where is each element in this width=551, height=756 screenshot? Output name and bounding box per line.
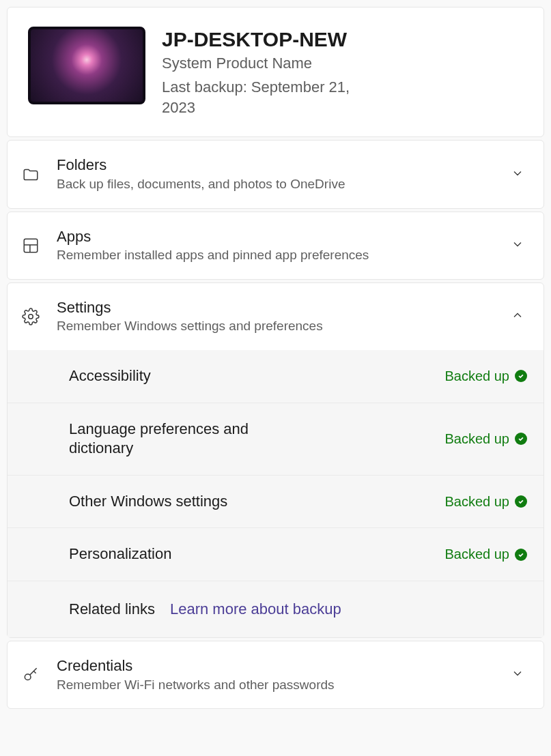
related-links-row: Related links Learn more about backup (8, 581, 543, 637)
svg-rect-0 (24, 239, 38, 252)
section-folders-desc: Back up files, documents, and photos to … (57, 176, 494, 193)
device-last-backup: Last backup: September 21, 2023 (162, 77, 373, 117)
status-badge: Backed up (444, 431, 527, 447)
gear-icon (21, 307, 40, 326)
settings-item-accessibility[interactable]: Accessibility Backed up (8, 350, 543, 403)
check-circle-icon (515, 370, 527, 382)
settings-item-language[interactable]: Language preferences and dictionary Back… (8, 403, 543, 476)
section-settings-desc: Remember Windows settings and preference… (57, 318, 494, 335)
settings-item-other[interactable]: Other Windows settings Backed up (8, 476, 543, 529)
chevron-down-icon (511, 237, 527, 254)
section-folders-title: Folders (57, 156, 494, 175)
chevron-down-icon (511, 667, 527, 683)
section-apps-desc: Remember installed apps and pinned app p… (57, 247, 494, 264)
settings-item-label: Other Windows settings (69, 492, 227, 512)
folder-icon (21, 165, 40, 184)
chevron-up-icon (511, 308, 527, 325)
settings-item-label: Language preferences and dictionary (69, 420, 287, 459)
section-settings: Settings Remember Windows settings and p… (7, 282, 544, 638)
settings-item-label: Personalization (69, 544, 171, 564)
section-settings-header[interactable]: Settings Remember Windows settings and p… (8, 283, 543, 350)
check-circle-icon (515, 433, 527, 445)
status-badge: Backed up (444, 368, 527, 384)
settings-expanded-list: Accessibility Backed up Language prefere… (8, 350, 543, 637)
settings-item-personalization[interactable]: Personalization Backed up (8, 528, 543, 581)
related-links-label: Related links (69, 600, 155, 618)
svg-point-4 (25, 674, 31, 680)
device-name: JP-DESKTOP-NEW (162, 27, 373, 53)
status-badge: Backed up (444, 547, 527, 562)
section-apps[interactable]: Apps Remember installed apps and pinned … (7, 212, 544, 280)
chevron-down-icon (511, 166, 527, 183)
device-info: JP-DESKTOP-NEW System Product Name Last … (162, 27, 373, 117)
device-product-name: System Product Name (162, 54, 373, 74)
check-circle-icon (515, 549, 527, 561)
svg-point-3 (29, 315, 33, 319)
status-badge: Backed up (444, 494, 527, 510)
key-icon (21, 665, 40, 684)
device-wallpaper-thumbnail (28, 27, 145, 104)
section-apps-title: Apps (57, 227, 494, 246)
section-credentials-desc: Remember Wi-Fi networks and other passwo… (57, 677, 494, 694)
section-credentials[interactable]: Credentials Remember Wi-Fi networks and … (7, 641, 544, 709)
settings-item-label: Accessibility (69, 366, 151, 386)
section-folders[interactable]: Folders Back up files, documents, and ph… (7, 140, 544, 208)
device-header-card: JP-DESKTOP-NEW System Product Name Last … (7, 7, 544, 137)
section-settings-title: Settings (57, 298, 494, 317)
section-credentials-title: Credentials (57, 656, 494, 675)
learn-more-link[interactable]: Learn more about backup (170, 600, 341, 618)
apps-grid-icon (21, 236, 40, 255)
check-circle-icon (515, 495, 527, 508)
